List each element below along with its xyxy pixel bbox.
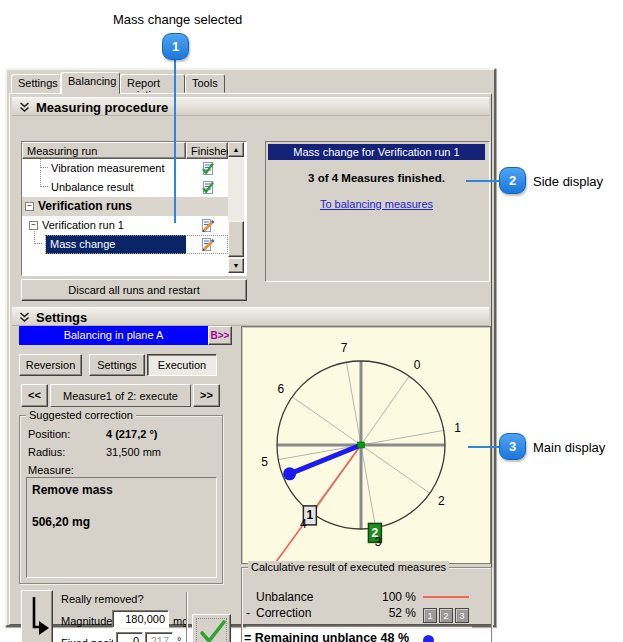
svg-text:7: 7 xyxy=(341,341,348,355)
green-check-icon xyxy=(196,618,229,642)
fixed-position-readonly xyxy=(145,632,173,642)
plane-switch-button[interactable]: B>> xyxy=(208,326,232,345)
balancing-tab-page: Measuring procedure Measuring run Finish… xyxy=(9,93,492,625)
callout-2-line xyxy=(466,180,500,182)
unbalance-label: Unbalance xyxy=(256,590,313,604)
column-header-finished[interactable]: Finished xyxy=(186,142,228,159)
divider xyxy=(246,626,472,628)
suggested-correction-legend: Suggested correction xyxy=(26,409,136,421)
callout-1-badge: 1 xyxy=(162,33,189,60)
calculative-result-group: Calculative result of executed measures … xyxy=(241,567,492,642)
apply-correction-button[interactable] xyxy=(21,590,53,642)
svg-text:4: 4 xyxy=(300,517,307,531)
side-display-panel: Mass change for Verification run 1 3 of … xyxy=(265,141,490,282)
down-right-arrow-icon xyxy=(23,591,51,642)
plane-bar-label: Balancing in plane A xyxy=(19,326,208,345)
radius-label: Radius: xyxy=(28,446,65,458)
svg-text:5: 5 xyxy=(261,455,268,469)
side-display-status: 3 of 4 Measures finished. xyxy=(266,172,487,184)
measure-2-box: 2 xyxy=(439,608,453,623)
correction-value: 52 % xyxy=(362,606,416,620)
svg-text:1: 1 xyxy=(307,508,314,522)
settings-mode-button[interactable]: Settings xyxy=(89,354,145,376)
confirm-button[interactable] xyxy=(192,614,231,642)
measure-nav-label: Measure1 of 2: execute xyxy=(50,384,191,407)
to-balancing-measures-link[interactable]: To balancing measures xyxy=(266,198,487,210)
measure-1-box: 1 xyxy=(423,608,437,623)
discard-all-runs-button[interactable]: Discard all runs and restart xyxy=(21,279,247,301)
collapse-icon[interactable]: − xyxy=(25,202,34,211)
application-window: Settings Balancing Report printing Tools… xyxy=(5,68,496,627)
execution-button[interactable]: Execution xyxy=(147,354,217,376)
correction-prefix: - xyxy=(246,606,250,620)
callout-1-line xyxy=(174,58,176,223)
tree-row-unbalance-result[interactable]: Unbalance result xyxy=(22,178,228,197)
tree-row-vibration-measurement[interactable]: Vibration measurement xyxy=(22,159,228,178)
tree-scrollbar[interactable]: ▲ ▼ xyxy=(228,142,244,273)
measure-label: Measure: xyxy=(28,464,74,476)
measure-instruction-box: Remove mass 506,20 mg xyxy=(26,477,217,578)
measure-amount: 506,20 mg xyxy=(32,515,90,529)
measure-action: Remove mass xyxy=(32,483,113,497)
tab-settings[interactable]: Settings xyxy=(11,74,61,93)
position-label: Position: xyxy=(28,428,70,440)
magnitude-input[interactable] xyxy=(112,610,169,628)
unbalance-value: 100 % xyxy=(362,590,416,604)
really-removed-question: Really removed? xyxy=(61,593,144,605)
svg-text:3: 3 xyxy=(375,535,382,549)
tab-tools[interactable]: Tools xyxy=(185,74,225,93)
chevron-double-down-icon xyxy=(19,312,30,323)
fixed-position-unit: ° xyxy=(177,635,181,642)
tree-row-verification-runs[interactable]: − Verification runs xyxy=(22,197,228,216)
callout-2-label: Side display xyxy=(533,174,603,189)
scrollbar-thumb[interactable] xyxy=(228,221,244,257)
suggested-correction-group: Suggested correction Position: 4 (217,2 … xyxy=(19,415,223,584)
position-value: 4 (217,2 °) xyxy=(106,428,157,440)
tree-row-verification-run-1[interactable]: − Verification run 1 xyxy=(22,216,228,235)
callout-2-badge: 2 xyxy=(499,167,526,194)
svg-text:6: 6 xyxy=(277,382,284,396)
callout-3-badge: 3 xyxy=(499,433,526,460)
remaining-unbalance-total: = Remaining unblance 48 % xyxy=(244,631,409,642)
magnitude-label: Magnitude xyxy=(61,615,112,627)
finished-check-icon xyxy=(200,180,215,195)
measuring-procedure-header[interactable]: Measuring procedure xyxy=(12,97,489,116)
prev-measure-button[interactable]: << xyxy=(21,384,48,407)
settings-section-header[interactable]: Settings xyxy=(12,307,489,326)
chevron-double-down-icon xyxy=(19,102,30,113)
radius-value: 31,500 mm xyxy=(106,446,161,458)
measure-3-box: 3 xyxy=(455,608,469,623)
callout-3-label: Main display xyxy=(533,440,605,455)
correction-label: Correction xyxy=(256,606,311,620)
side-display-title: Mass change for Verification run 1 xyxy=(268,144,485,160)
svg-text:2: 2 xyxy=(438,494,445,508)
balancing-polar-chart: 1201234567 xyxy=(242,327,490,563)
fixed-position-input[interactable] xyxy=(116,632,143,642)
pencil-edit-icon xyxy=(200,218,215,233)
next-measure-button[interactable]: >> xyxy=(193,384,220,407)
measuring-run-tree: Measuring run Finished Vibration measure… xyxy=(21,141,247,276)
finished-check-icon xyxy=(200,161,215,176)
tree-row-mass-change[interactable]: Mass change xyxy=(22,235,228,254)
scroll-up-button[interactable]: ▲ xyxy=(228,142,244,157)
reversion-button[interactable]: Reversion xyxy=(19,354,82,376)
calculative-result-legend: Calculative result of executed measures xyxy=(248,561,449,573)
scroll-down-button[interactable]: ▼ xyxy=(228,258,244,273)
callout-1-label: Mass change selected xyxy=(113,12,242,27)
plane-bar: Balancing in plane A B>> xyxy=(19,326,232,345)
main-display-panel: 1201234567 xyxy=(241,326,491,564)
unbalance-red-line-swatch xyxy=(423,596,469,598)
divider xyxy=(186,592,188,642)
remaining-unbalance-dot xyxy=(423,635,434,642)
svg-text:0: 0 xyxy=(414,358,421,372)
svg-text:1: 1 xyxy=(454,421,461,435)
fixed-position-label: Fixed positio xyxy=(61,637,113,642)
callout-3-line xyxy=(468,446,500,448)
tab-balancing[interactable]: Balancing xyxy=(61,72,120,94)
